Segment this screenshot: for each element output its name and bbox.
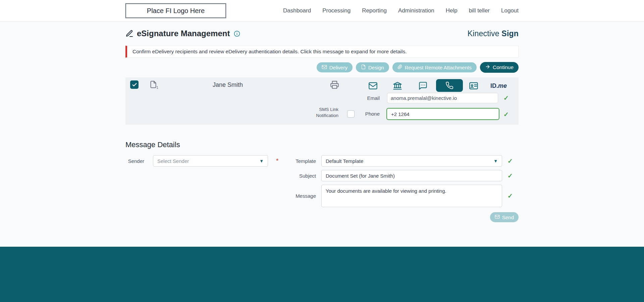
document-count-badge: 1 [156,85,158,89]
nav-help[interactable]: Help [446,7,458,14]
sender-dropdown[interactable]: Select Sender ▼ [153,155,268,167]
delivery-button[interactable]: Delivery [317,62,353,72]
message-details-heading: Message Details [125,140,519,149]
phone-auth-tab-selected[interactable] [436,79,463,92]
signature-pen-icon [125,29,133,38]
nav-processing[interactable]: Processing [322,7,351,14]
template-dropdown[interactable]: Default Template ▼ [321,155,502,167]
send-row: Send [125,212,519,222]
brand-product: Sign [501,29,519,38]
top-nav-bar: Place FI Logo Here Dashboard Processing … [0,0,644,21]
subject-valid-check-icon: ✓ [507,173,513,179]
bank-auth-icon[interactable] [393,81,402,92]
message-row: Message Your documents are available for… [293,185,519,207]
message-label: Message [293,193,316,199]
id-card-icon[interactable] [469,81,478,92]
phone-valid-check-icon: ✓ [503,111,509,118]
envelope-icon [495,214,500,220]
info-icon[interactable] [234,31,240,37]
email-label: Email [346,95,380,101]
design-button[interactable]: Design [356,62,389,72]
phone-input[interactable] [386,108,499,120]
page-title: eSignature Management [137,29,230,38]
chevron-down-icon: ▼ [493,159,498,164]
printer-icon[interactable] [330,80,339,90]
file-icon [361,64,366,70]
brand-name: Kinective [468,29,499,38]
continue-button-label: Continue [493,64,514,70]
page-header-row: eSignature Management Kinective Sign [125,29,519,38]
sms-chat-icon[interactable] [418,81,428,92]
edelivery-alert-banner[interactable]: Confirm eDelivery recipients and review … [125,46,519,58]
delivery-button-label: Delivery [329,65,347,70]
request-remote-attachments-button[interactable]: Request Remote Attachments [392,62,477,72]
envelope-icon [322,64,327,71]
main-nav: Dashboard Processing Reporting Administr… [283,7,519,14]
phone-label: Phone [346,111,380,117]
idme-logo[interactable]: ID.me [490,82,507,89]
send-button-label: Send [502,215,514,220]
message-fields-column: Template Default Template ▼ ✓ Subject ✓ … [293,155,519,207]
template-dropdown-value: Default Template [326,158,363,164]
fi-logo-placeholder: Place FI Logo Here [125,3,226,18]
sms-link-notification-label: SMS Link Notification [293,107,338,119]
paperclip-icon [397,64,402,70]
chevron-down-icon: ▼ [259,159,264,164]
sender-label: Sender [125,158,144,164]
sender-dropdown-value: Select Sender [157,158,189,164]
message-textarea[interactable]: Your documents are available for viewing… [321,185,502,207]
arrow-right-icon [485,64,490,71]
email-auth-icon[interactable] [368,81,378,92]
idme-prefix: ID. [490,82,498,89]
nav-logout[interactable]: Logout [501,7,519,14]
recipient-checkbox[interactable] [130,80,139,89]
nav-user-bill-teller[interactable]: bill teller [469,7,490,14]
template-label: Template [293,158,316,164]
required-asterisk: * [276,159,278,163]
sms-link-line1: SMS Link [293,107,338,113]
subject-input[interactable] [321,170,502,181]
continue-button[interactable]: Continue [480,62,519,73]
kinective-sign-logo: Kinective Sign [468,29,519,38]
fi-logo-text: Place FI Logo Here [147,7,205,15]
main-content: eSignature Management Kinective Sign Con… [125,29,519,222]
alert-text: Confirm eDelivery recipients and review … [132,49,407,55]
footer-bar [0,247,644,302]
send-button[interactable]: Send [490,212,519,222]
nav-dashboard[interactable]: Dashboard [283,7,311,14]
template-row: Template Default Template ▼ ✓ [293,155,519,167]
template-valid-check-icon: ✓ [507,158,513,164]
request-remote-attachments-label: Request Remote Attachments [405,65,472,70]
message-details-form: Sender Select Sender ▼ * Template Defaul… [125,155,519,222]
message-valid-check-icon: ✓ [507,193,513,199]
recipient-name: Jane Smith [191,81,265,88]
email-valid-check-icon: ✓ [503,95,509,101]
action-button-row: Delivery Design Request Remote Attachmen… [125,62,519,73]
sender-row: Sender Select Sender ▼ * [125,155,278,167]
nav-administration[interactable]: Administration [398,7,434,14]
nav-reporting[interactable]: Reporting [362,7,387,14]
recipient-card: 1 Jane Smith ID.me Email ✓ SMS Link Noti… [125,77,519,125]
subject-row: Subject ✓ [293,170,519,181]
email-input[interactable] [387,93,498,103]
idme-suffix: me [498,82,507,89]
design-button-label: Design [368,65,384,70]
sms-link-line2: Notification [293,113,338,119]
subject-label: Subject [293,173,316,179]
